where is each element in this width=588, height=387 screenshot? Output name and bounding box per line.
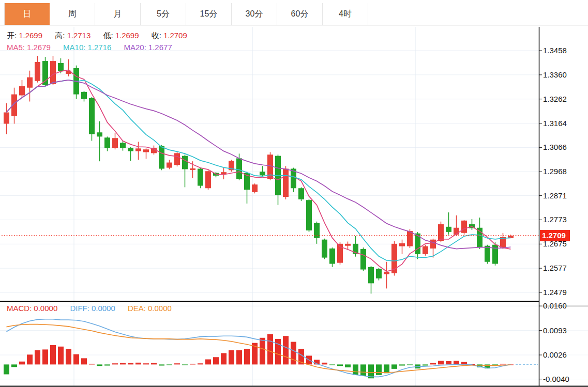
tab-60min[interactable]: 60分 bbox=[277, 3, 323, 25]
panel-borders bbox=[0, 27, 588, 386]
macd-y-axis-label: -0.0040 bbox=[543, 375, 569, 383]
main-y-axis-label: 1.3360 bbox=[543, 70, 567, 79]
main-y-axis-label: 1.2773 bbox=[543, 215, 567, 224]
tab-4hour[interactable]: 4时 bbox=[323, 3, 368, 25]
main-y-axis-label: 1.2577 bbox=[543, 264, 567, 272]
macd-y-axis-label: 0.0093 bbox=[543, 326, 567, 335]
macd-histogram bbox=[4, 334, 514, 379]
grid-lines bbox=[0, 27, 588, 386]
main-y-axis-label: 1.2479 bbox=[543, 288, 567, 297]
timeframe-tab-bar: 日 周 月 5分 15分 30分 60分 4时 bbox=[4, 3, 368, 25]
tab-15min[interactable]: 15分 bbox=[186, 3, 232, 25]
tab-day[interactable]: 日 bbox=[4, 3, 50, 25]
tab-week[interactable]: 周 bbox=[50, 3, 95, 25]
main-y-axis-label: 1.2871 bbox=[543, 191, 567, 200]
macd-y-axis-label: 0.0026 bbox=[543, 350, 567, 359]
y-axis-labels: 1.34581.33601.32621.31641.30661.29681.28… bbox=[539, 46, 569, 383]
price-tag: 1.2709 bbox=[540, 230, 570, 241]
ma10-line bbox=[7, 80, 511, 261]
tab-5min[interactable]: 5分 bbox=[141, 3, 186, 25]
dea-line bbox=[7, 324, 511, 373]
macd-y-axis-label: 0.0160 bbox=[543, 301, 567, 310]
main-y-axis-label: 1.3458 bbox=[543, 46, 567, 55]
main-y-axis-label: 1.2968 bbox=[543, 167, 567, 176]
ma20-line bbox=[7, 80, 511, 249]
tab-30min[interactable]: 30分 bbox=[232, 3, 277, 25]
main-y-axis-label: 1.3262 bbox=[543, 95, 567, 103]
candlestick-chart[interactable]: 1.34581.33601.32621.31641.30661.29681.28… bbox=[0, 0, 588, 387]
main-y-axis-label: 1.3164 bbox=[543, 119, 567, 128]
trading-chart-screen: 1.34581.33601.32621.31641.30661.29681.28… bbox=[0, 0, 588, 387]
tab-month[interactable]: 月 bbox=[95, 3, 141, 25]
tab-bar-underline bbox=[0, 25, 588, 26]
main-y-axis-label: 1.3066 bbox=[543, 143, 567, 151]
candles-layer bbox=[4, 56, 514, 293]
